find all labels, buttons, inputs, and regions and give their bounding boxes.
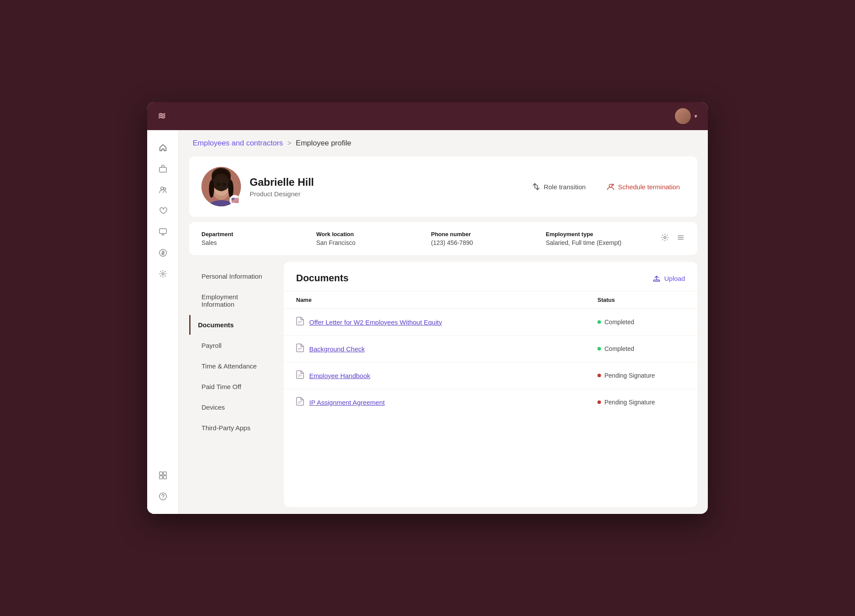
role-transition-icon: [532, 183, 540, 191]
profile-card: 🇺🇸 Gabrielle Hill Product Designer: [189, 156, 697, 217]
profile-title: Product Designer: [250, 190, 527, 198]
work-location-value: San Francisco: [316, 239, 431, 246]
detail-work-location: Work location San Francisco: [316, 231, 431, 246]
svg-point-1: [161, 187, 163, 190]
svg-point-5: [162, 273, 164, 275]
breadcrumb: Employees and contractors > Employee pro…: [179, 130, 708, 156]
nav-personal-info[interactable]: Personal Information: [193, 266, 273, 286]
doc-name-offer-letter[interactable]: Offer Letter for W2 Employees Without Eq…: [309, 319, 597, 326]
sidebar-item-people[interactable]: [154, 181, 172, 198]
svg-rect-9: [163, 476, 166, 479]
col-status-header: Status: [597, 297, 685, 303]
schedule-termination-label: Schedule termination: [618, 183, 680, 191]
table-row: Employee Handbook Pending Signature: [284, 362, 697, 389]
detail-employment-type: Employment type Salaried, Full time (Exe…: [546, 231, 661, 246]
doc-icon: [296, 397, 304, 407]
department-label: Department: [201, 231, 316, 237]
doc-name-ip-assignment[interactable]: IP Assignment Agreement: [309, 399, 597, 406]
svg-rect-8: [159, 476, 163, 479]
sidebar-item-help[interactable]: [154, 488, 172, 505]
work-location-label: Work location: [316, 231, 431, 237]
phone-value: (123) 456-7890: [431, 239, 546, 246]
list-icon[interactable]: [676, 233, 685, 244]
nav-paid-time-off[interactable]: Paid Time Off: [193, 377, 273, 397]
left-nav: Personal Information Employment Informat…: [189, 262, 277, 514]
nav-employment-info[interactable]: Employment Information: [193, 287, 273, 314]
employment-type-value: Salaried, Full time (Exempt): [546, 239, 661, 246]
svg-rect-6: [159, 472, 163, 475]
schedule-termination-button[interactable]: Schedule termination: [601, 179, 685, 194]
nav-third-party-apps[interactable]: Third-Party Apps: [193, 418, 273, 438]
upload-icon: [653, 274, 661, 282]
titlebar: ≋ ▾: [147, 102, 708, 130]
detail-phone: Phone number (123) 456-7890: [431, 231, 546, 246]
role-transition-label: Role transition: [544, 183, 586, 191]
nav-devices[interactable]: Devices: [193, 397, 273, 417]
app-logo: ≋: [158, 110, 166, 122]
sidebar: [147, 130, 179, 514]
status-dot-pending: [597, 374, 601, 377]
svg-point-25: [609, 184, 612, 188]
doc-status-employee-handbook: Pending Signature: [597, 372, 685, 379]
sidebar-item-monitor[interactable]: [154, 223, 172, 241]
doc-icon: [296, 370, 304, 381]
doc-icon: [296, 317, 304, 327]
profile-avatar-wrapper: 🇺🇸: [201, 167, 241, 206]
nav-documents[interactable]: Documents: [189, 315, 273, 335]
documents-panel: Documents Upload Name Status: [284, 262, 697, 507]
sidebar-item-briefcase[interactable]: [154, 160, 172, 177]
doc-status-background-check: Completed: [597, 345, 685, 352]
detail-department: Department Sales: [201, 231, 316, 246]
breadcrumb-current: Employee profile: [296, 139, 351, 148]
user-menu-chevron[interactable]: ▾: [694, 113, 697, 120]
terminate-icon: [607, 183, 615, 191]
doc-status-ip-assignment: Pending Signature: [597, 399, 685, 406]
profile-actions: Role transition Schedule termination: [527, 179, 685, 194]
flag-badge: 🇺🇸: [230, 195, 240, 205]
employment-type-label: Employment type: [546, 231, 661, 237]
status-dot-completed: [597, 347, 601, 350]
doc-status-offer-letter: Completed: [597, 319, 685, 326]
doc-name-background-check[interactable]: Background Check: [309, 345, 597, 353]
upload-button[interactable]: Upload: [653, 274, 685, 282]
titlebar-right: ▾: [675, 108, 697, 124]
svg-point-24: [212, 169, 231, 191]
doc-icon: [296, 343, 304, 354]
nav-time-attendance[interactable]: Time & Attendance: [193, 356, 273, 376]
sidebar-item-settings[interactable]: [154, 265, 172, 283]
documents-header: Documents Upload: [284, 262, 697, 291]
breadcrumb-link[interactable]: Employees and contractors: [193, 139, 283, 148]
user-avatar[interactable]: [675, 108, 691, 124]
sidebar-item-apps[interactable]: [154, 467, 172, 484]
phone-label: Phone number: [431, 231, 546, 237]
svg-rect-7: [163, 472, 166, 475]
details-icons: [661, 233, 685, 244]
status-dot-completed: [597, 320, 601, 324]
settings-icon[interactable]: [661, 233, 669, 244]
profile-name: Gabrielle Hill: [250, 176, 527, 188]
profile-info: Gabrielle Hill Product Designer: [250, 176, 527, 198]
role-transition-button[interactable]: Role transition: [527, 179, 591, 194]
svg-point-11: [163, 498, 163, 499]
svg-rect-32: [654, 280, 660, 281]
svg-point-2: [163, 188, 166, 190]
breadcrumb-separator: >: [287, 139, 291, 147]
department-value: Sales: [201, 239, 316, 246]
details-bar: Department Sales Work location San Franc…: [189, 222, 697, 255]
table-row: Background Check Completed: [284, 336, 697, 362]
nav-payroll[interactable]: Payroll: [193, 336, 273, 355]
status-dot-pending: [597, 400, 601, 404]
sidebar-item-heart[interactable]: [154, 202, 172, 219]
table-row: Offer Letter for W2 Employees Without Eq…: [284, 309, 697, 336]
table-header: Name Status: [284, 291, 697, 309]
upload-label: Upload: [664, 275, 685, 282]
documents-title: Documents: [296, 273, 349, 284]
table-row: IP Assignment Agreement Pending Signatur…: [284, 389, 697, 415]
doc-name-employee-handbook[interactable]: Employee Handbook: [309, 372, 597, 379]
svg-point-28: [664, 237, 666, 239]
sidebar-item-dollar[interactable]: [154, 244, 172, 262]
svg-rect-0: [159, 167, 166, 172]
sidebar-item-home[interactable]: [154, 139, 172, 156]
svg-rect-3: [159, 229, 166, 234]
col-name-header: Name: [296, 297, 597, 303]
